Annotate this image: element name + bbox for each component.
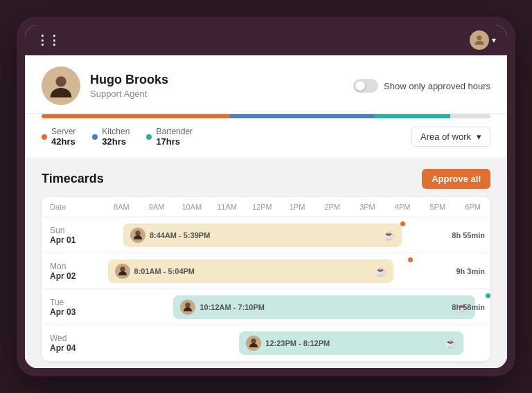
col-9am: 9AM — [139, 203, 175, 211]
kitchen-progress — [230, 114, 373, 118]
table-row: Mon Apr 02 8:01AM - 5:04PM ☕ — [42, 253, 490, 289]
col-4pm: 4PM — [385, 203, 420, 211]
timecard-bar-mon[interactable]: 8:01AM - 5:04PM ☕ — [108, 259, 394, 283]
svg-point-0 — [477, 35, 482, 40]
hours-progress-bar — [42, 114, 490, 118]
remaining-progress — [450, 114, 490, 118]
profile-avatar — [42, 66, 80, 105]
profile-role: Support Agent — [90, 89, 147, 99]
toggle-switch[interactable] — [353, 79, 378, 93]
dot-sun — [400, 221, 405, 226]
bartender-label: Bartender — [156, 127, 193, 136]
timeline-header: Date 8AM 9AM 10AM 11AM 12PM 1PM 2PM 3PM … — [42, 197, 490, 217]
duration-sun: 8h 55min — [452, 231, 485, 239]
coffee-icon-mon: ☕ — [375, 266, 387, 277]
kitchen-value: 32hrs — [102, 136, 130, 147]
stat-kitchen: Kitchen 32hrs — [92, 127, 130, 147]
col-date: Date — [42, 203, 104, 211]
table-row: Wed Apr 04 12:23PM - 8:12PM ☕ — [42, 325, 490, 361]
timeline-container: Date 8AM 9AM 10AM 11AM 12PM 1PM 2PM 3PM … — [42, 197, 490, 361]
timecards-section: Timecards Approve all Date 8AM 9AM 10AM … — [25, 158, 507, 361]
toggle-label: Show only approved hours — [384, 81, 490, 91]
kitchen-info: Kitchen 32hrs — [102, 127, 130, 147]
kitchen-label: Kitchen — [102, 127, 130, 136]
device-inner: ⋮⋮ ▾ — [25, 25, 507, 368]
approve-all-button[interactable]: Approve all — [422, 169, 490, 189]
svg-point-3 — [135, 230, 141, 236]
progress-section: Server 42hrs Kitchen 32hrs — [25, 114, 507, 158]
user-menu[interactable]: ▾ — [470, 30, 496, 50]
app-logo: ⋮⋮ — [36, 33, 60, 48]
profile-info: Hugo Brooks Support Agent — [90, 73, 168, 100]
timecards-title: Timecards — [42, 172, 104, 186]
col-1pm: 1PM — [280, 203, 315, 211]
col-8am: 8AM — [104, 203, 139, 211]
area-dropdown-label: Area of work — [420, 131, 471, 142]
row-date-tue: Tue Apr 03 — [42, 289, 104, 325]
bartender-value: 17hrs — [156, 136, 193, 147]
profile-left: Hugo Brooks Support Agent — [42, 66, 168, 105]
col-3pm: 3PM — [350, 203, 385, 211]
kitchen-dot — [92, 134, 98, 140]
duration-tue: 8h 58min — [452, 303, 485, 311]
area-dropdown-chevron: ▾ — [477, 131, 481, 142]
server-info: Server 42hrs — [51, 127, 76, 147]
dot-mon — [408, 257, 413, 262]
timecard-bar-tue[interactable]: 10:12AM - 7:10PM ☕ — [173, 295, 475, 319]
server-value: 42hrs — [51, 136, 76, 147]
day-tue: Tue — [50, 298, 96, 307]
timecard-avatar-sun — [130, 228, 145, 243]
day-mon: Mon — [50, 262, 96, 271]
bartender-info: Bartender 17hrs — [156, 127, 193, 147]
svg-point-5 — [186, 302, 191, 308]
coffee-icon-sun: ☕ — [383, 230, 395, 241]
approved-hours-toggle[interactable]: Show only approved hours — [353, 79, 490, 93]
timecard-avatar-mon — [115, 264, 130, 279]
dot-tue — [486, 293, 490, 298]
bartender-dot — [146, 134, 152, 140]
svg-point-4 — [120, 266, 125, 272]
col-5pm: 5PM — [420, 203, 456, 211]
svg-point-2 — [55, 76, 66, 86]
stat-server: Server 42hrs — [42, 127, 76, 147]
row-timeline-tue: 10:12AM - 7:10PM ☕ 8h 58min — [104, 289, 490, 325]
date-apr03: Apr 03 — [50, 307, 96, 317]
timecard-time-sun: 8:44AM - 5:39PM — [150, 231, 210, 239]
area-of-work-dropdown[interactable]: Area of work ▾ — [411, 127, 490, 147]
timecard-bar-sun[interactable]: 8:44AM - 5:39PM ☕ — [123, 223, 402, 247]
server-progress — [42, 114, 230, 118]
row-date-sun: Sun Apr 01 — [42, 217, 104, 253]
table-row: Tue Apr 03 10:12AM - 7:10PM ☕ — [42, 289, 490, 325]
coffee-icon-wed: ☕ — [445, 338, 456, 349]
day-sun: Sun — [50, 226, 96, 235]
timecard-time-mon: 8:01AM - 5:04PM — [134, 267, 195, 275]
timecard-time-wed: 12:23PM - 8:12PM — [265, 339, 330, 347]
svg-point-6 — [251, 338, 257, 344]
col-2pm: 2PM — [314, 203, 350, 211]
col-11am: 11AM — [209, 203, 245, 211]
user-avatar[interactable] — [470, 30, 489, 50]
col-6pm: 6PM — [455, 203, 490, 211]
timecards-header: Timecards Approve all — [42, 169, 490, 189]
col-10am: 10AM — [174, 203, 209, 211]
col-12pm: 12PM — [245, 203, 280, 211]
day-wed: Wed — [50, 333, 96, 343]
row-date-mon: Mon Apr 02 — [42, 253, 104, 289]
server-label: Server — [51, 127, 76, 136]
main-content: Hugo Brooks Support Agent Show only appr… — [25, 55, 507, 368]
device-frame: ⋮⋮ ▾ — [17, 17, 515, 376]
date-apr01: Apr 01 — [50, 235, 96, 245]
bartender-progress — [374, 114, 450, 118]
chevron-down-icon: ▾ — [492, 35, 496, 45]
timecard-bar-wed[interactable]: 12:23PM - 8:12PM ☕ — [239, 331, 463, 355]
top-bar: ⋮⋮ ▾ — [25, 25, 507, 55]
table-row: Sun Apr 01 8:44AM - 5:39PM ☕ — [42, 217, 490, 253]
profile-name: Hugo Brooks — [90, 73, 168, 87]
date-apr04: Apr 04 — [50, 343, 96, 353]
row-timeline-mon: 8:01AM - 5:04PM ☕ 9h 3min — [104, 253, 490, 289]
date-apr02: Apr 02 — [50, 271, 96, 281]
server-dot — [42, 134, 47, 140]
timecard-time-tue: 10:12AM - 7:10PM — [200, 303, 265, 311]
duration-mon: 9h 3min — [456, 267, 485, 275]
row-date-wed: Wed Apr 04 — [42, 325, 104, 361]
